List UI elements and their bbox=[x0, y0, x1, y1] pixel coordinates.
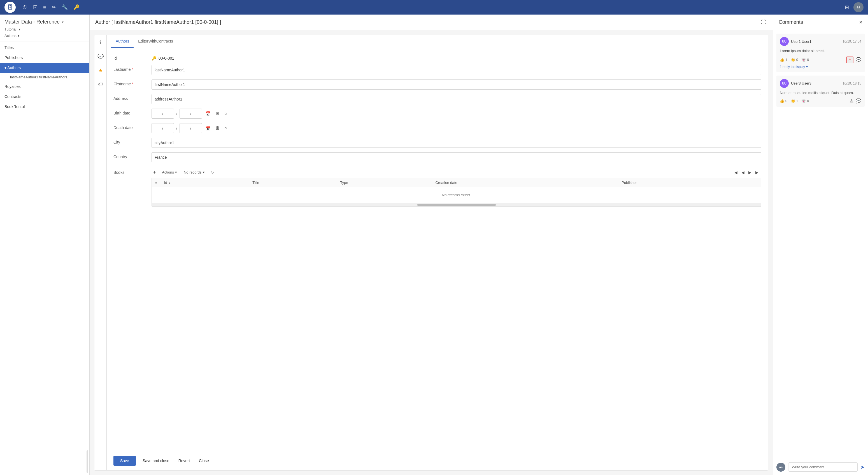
books-records-caret: ▾ bbox=[203, 170, 205, 174]
col-creation-date[interactable]: Creation date bbox=[432, 178, 618, 187]
comment-1-ghost-btn[interactable]: 👻 0 bbox=[801, 57, 809, 62]
birthdate-calendar-icon[interactable]: 📅 bbox=[204, 110, 212, 117]
comments-panel: Comments × UU User1 User1 10/19, 17:54 L… bbox=[773, 14, 868, 475]
sidebar-item-publishers[interactable]: Publishers bbox=[0, 53, 89, 63]
deathdate-clear-icon[interactable]: ○ bbox=[223, 125, 228, 132]
tab-editor-with-contracts[interactable]: EditorWithContracts bbox=[133, 35, 177, 48]
comment-1-like-btn[interactable]: 👍 1 bbox=[780, 57, 787, 62]
comment-1-replies[interactable]: 1 reply to display ▾ bbox=[780, 65, 861, 69]
lastname-input[interactable] bbox=[152, 65, 761, 75]
books-table: ≡ Id ▲ Title bbox=[152, 178, 761, 203]
sidebar-actions[interactable]: Actions ▾ bbox=[0, 32, 89, 40]
address-input[interactable] bbox=[152, 94, 761, 104]
clap-icon-2: 👏 bbox=[791, 99, 795, 103]
tutorial-dropdown-icon[interactable]: ▾ bbox=[19, 27, 21, 31]
sidebar-item-bookrental[interactable]: BookRental bbox=[0, 102, 89, 112]
logo-icon[interactable]: 🗄 bbox=[4, 2, 16, 13]
warning-icon-btn-2[interactable]: ⚠ bbox=[849, 98, 854, 104]
comment-2-header: UU User3 User3 10/19, 18:15 bbox=[780, 79, 861, 88]
actions-caret-icon: ▾ bbox=[18, 34, 20, 38]
form-panel: ℹ 💬 ★ 🏷 Authors EditorWithContracts bbox=[94, 35, 768, 471]
expand-icon[interactable]: ⛶ bbox=[760, 18, 767, 26]
tab-authors[interactable]: Authors bbox=[111, 35, 133, 48]
books-scrollbar[interactable] bbox=[152, 203, 761, 206]
content-area: Author [ lastNameAuthor1 firstNameAuthor… bbox=[90, 14, 773, 475]
field-lastname: Lastname bbox=[114, 65, 761, 75]
firstname-input[interactable] bbox=[152, 79, 761, 90]
wrench-icon[interactable]: 🔧 bbox=[62, 4, 68, 10]
form-footer: Save Save and close Revert Close bbox=[107, 451, 768, 470]
close-button[interactable]: Close bbox=[197, 456, 211, 466]
comment-send-button[interactable]: ➤ bbox=[861, 464, 865, 470]
sidebar-item-titles[interactable]: Titles bbox=[0, 42, 89, 53]
sidebar-divider bbox=[0, 41, 89, 41]
key-icon[interactable]: 🔑 bbox=[73, 4, 80, 10]
deathdate-calendar-icon[interactable]: 📅 bbox=[204, 125, 212, 132]
birthdate-day[interactable] bbox=[152, 109, 174, 119]
books-records-btn[interactable]: No records ▾ bbox=[182, 169, 207, 175]
comment-input[interactable] bbox=[788, 463, 858, 472]
comment-1-text: Lorem ipsum dolor sit amet. bbox=[780, 48, 861, 54]
save-button[interactable]: Save bbox=[114, 456, 136, 466]
main-layout: Master Data - Reference ▾ Tutorial ▾ Act… bbox=[0, 14, 868, 475]
deathdate-inputs: / 📅 🗓 ○ bbox=[152, 123, 761, 133]
books-actions-btn[interactable]: Actions ▾ bbox=[160, 169, 179, 175]
sidebar-item-authors[interactable]: ▾ Authors bbox=[0, 63, 89, 73]
tag-icon[interactable]: 🏷 bbox=[97, 80, 104, 89]
content-header: Author [ lastNameAuthor1 firstNameAuthor… bbox=[90, 14, 773, 30]
books-add-btn[interactable]: + bbox=[152, 169, 157, 176]
birthdate-clear-icon[interactable]: ○ bbox=[223, 110, 228, 117]
comment-2-reactions: 👍 0 👏 1 👻 0 ⚠ 💬 bbox=[780, 98, 861, 104]
books-filter-btn[interactable]: ▽ bbox=[209, 169, 216, 176]
info-icon[interactable]: ℹ bbox=[98, 38, 102, 47]
page-next-btn[interactable]: ▶ bbox=[747, 169, 753, 176]
books-scrollbar-thumb[interactable] bbox=[417, 204, 496, 206]
grid-icon[interactable]: ⊞ bbox=[845, 4, 849, 10]
books-container: + Actions ▾ No records ▾ ▽ bbox=[152, 167, 761, 207]
thumbs-up-icon-2: 👍 bbox=[780, 99, 784, 103]
page-title: Author [ lastNameAuthor1 firstNameAuthor… bbox=[95, 19, 221, 25]
revert-button[interactable]: Revert bbox=[176, 456, 192, 466]
list-icon[interactable]: ≡ bbox=[43, 4, 46, 10]
warning-icon-btn-1[interactable]: ⚠ bbox=[846, 57, 854, 63]
id-value-row: 🔑 00-0-001 bbox=[152, 54, 174, 61]
col-type[interactable]: Type bbox=[337, 178, 432, 187]
col-id[interactable]: Id ▲ bbox=[161, 178, 249, 187]
edit-check-icon[interactable]: ✏ bbox=[52, 4, 56, 10]
birthdate-month[interactable] bbox=[180, 109, 202, 119]
clap-icon: 👏 bbox=[791, 58, 795, 62]
comment-2-clap-btn[interactable]: 👏 1 bbox=[791, 98, 798, 104]
col-title[interactable]: Title bbox=[249, 178, 337, 187]
star-icon[interactable]: ★ bbox=[97, 66, 104, 75]
birthdate-alt-calendar-icon[interactable]: 🗓 bbox=[214, 110, 221, 117]
page-first-btn[interactable]: |◀ bbox=[732, 169, 739, 176]
sidebar-subitem-author1[interactable]: lastNameAuthor1 firstNameAuthor1 bbox=[0, 73, 89, 81]
comment-2-ghost-btn[interactable]: 👻 0 bbox=[801, 98, 809, 104]
user-avatar[interactable]: aa bbox=[854, 2, 864, 12]
comments-close-button[interactable]: × bbox=[859, 19, 862, 26]
deathdate-month[interactable] bbox=[180, 123, 202, 133]
country-input[interactable] bbox=[152, 152, 761, 162]
comment-1-reply-icon[interactable]: 💬 bbox=[856, 57, 861, 62]
sidebar-item-royalties[interactable]: Royalties bbox=[0, 81, 89, 92]
address-label: Address bbox=[114, 94, 147, 101]
col-publisher[interactable]: Publisher bbox=[618, 178, 761, 187]
books-actions-caret: ▾ bbox=[175, 170, 177, 174]
comment-2-like-btn[interactable]: 👍 0 bbox=[780, 98, 787, 104]
city-input[interactable] bbox=[152, 138, 761, 148]
comment-2-reply-icon[interactable]: 💬 bbox=[856, 98, 861, 104]
field-id: Id 🔑 00-0-001 bbox=[114, 54, 761, 61]
clock-icon[interactable]: ⏱ bbox=[22, 4, 27, 10]
comments-body: UU User1 User1 10/19, 17:54 Lorem ipsum … bbox=[773, 30, 868, 459]
page-prev-btn[interactable]: ◀ bbox=[740, 169, 746, 176]
checklist-icon[interactable]: ☑ bbox=[33, 4, 37, 10]
deathdate-alt-calendar-icon[interactable]: 🗓 bbox=[214, 125, 221, 132]
sidebar-dropdown-icon[interactable]: ▾ bbox=[62, 20, 64, 24]
comment-1-clap-btn[interactable]: 👏 0 bbox=[791, 57, 798, 62]
comment-2-actions: ⚠ 💬 bbox=[849, 98, 861, 104]
save-close-button[interactable]: Save and close bbox=[140, 456, 172, 466]
page-last-btn[interactable]: ▶| bbox=[754, 169, 761, 176]
sidebar-item-contracts[interactable]: Contracts bbox=[0, 92, 89, 102]
deathdate-day[interactable] bbox=[152, 123, 174, 133]
comment-icon[interactable]: 💬 bbox=[96, 52, 105, 61]
